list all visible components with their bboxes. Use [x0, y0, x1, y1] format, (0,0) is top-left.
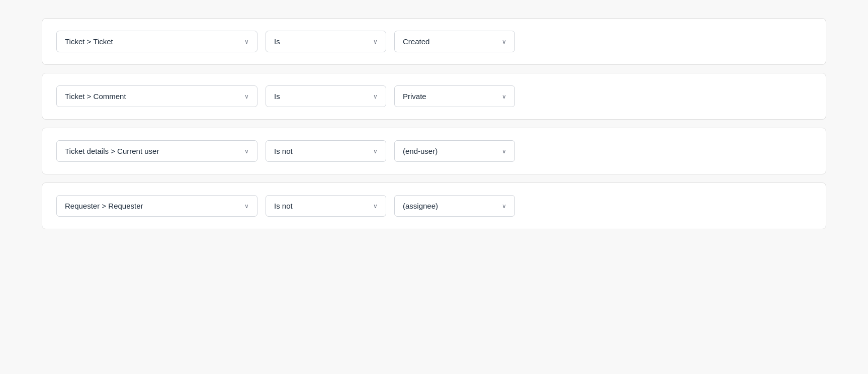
chevron-down-icon: ∨	[244, 93, 249, 100]
ticket-ticket-select[interactable]: Ticket > Ticket∨	[56, 31, 257, 52]
ticket-comment-select-label: Ticket > Comment	[65, 92, 126, 101]
private-value-label: Private	[403, 92, 426, 101]
is-operator-2-label: Is	[274, 92, 280, 101]
chevron-down-icon: ∨	[244, 203, 249, 210]
is-not-operator-3-label: Is not	[274, 147, 293, 155]
conditions-container: Ticket > Ticket∨Is∨Created∨Ticket > Comm…	[42, 10, 826, 237]
is-operator-2[interactable]: Is∨	[266, 85, 386, 107]
is-not-operator-3[interactable]: Is not∨	[266, 140, 386, 162]
is-not-operator-4[interactable]: Is not∨	[266, 195, 386, 217]
chevron-down-icon: ∨	[502, 93, 506, 100]
condition-row-3: Ticket details > Current user∨Is not∨(en…	[42, 128, 826, 174]
end-user-value[interactable]: (end-user)∨	[394, 140, 515, 162]
created-value[interactable]: Created∨	[394, 31, 515, 52]
assignee-value[interactable]: (assignee)∨	[394, 195, 515, 217]
ticket-ticket-select-label: Ticket > Ticket	[65, 37, 113, 46]
chevron-down-icon: ∨	[502, 38, 506, 45]
chevron-down-icon: ∨	[373, 93, 378, 100]
requester-requester-select[interactable]: Requester > Requester∨	[56, 195, 257, 217]
chevron-down-icon: ∨	[373, 203, 378, 210]
chevron-down-icon: ∨	[244, 148, 249, 155]
private-value[interactable]: Private∨	[394, 85, 515, 107]
condition-row-2: Ticket > Comment∨Is∨Private∨	[42, 73, 826, 120]
end-user-value-label: (end-user)	[403, 147, 438, 155]
condition-row-4: Requester > Requester∨Is not∨(assignee)∨	[42, 182, 826, 229]
assignee-value-label: (assignee)	[403, 202, 438, 210]
created-value-label: Created	[403, 37, 429, 46]
chevron-down-icon: ∨	[373, 38, 378, 45]
is-operator-1-label: Is	[274, 37, 280, 46]
chevron-down-icon: ∨	[502, 148, 506, 155]
condition-row-1: Ticket > Ticket∨Is∨Created∨	[42, 18, 826, 65]
ticket-comment-select[interactable]: Ticket > Comment∨	[56, 85, 257, 107]
ticket-details-current-user-select-label: Ticket details > Current user	[65, 147, 159, 155]
requester-requester-select-label: Requester > Requester	[65, 202, 143, 210]
chevron-down-icon: ∨	[373, 148, 378, 155]
is-not-operator-4-label: Is not	[274, 202, 293, 210]
is-operator-1[interactable]: Is∨	[266, 31, 386, 52]
ticket-details-current-user-select[interactable]: Ticket details > Current user∨	[56, 140, 257, 162]
chevron-down-icon: ∨	[244, 38, 249, 45]
chevron-down-icon: ∨	[502, 203, 506, 210]
